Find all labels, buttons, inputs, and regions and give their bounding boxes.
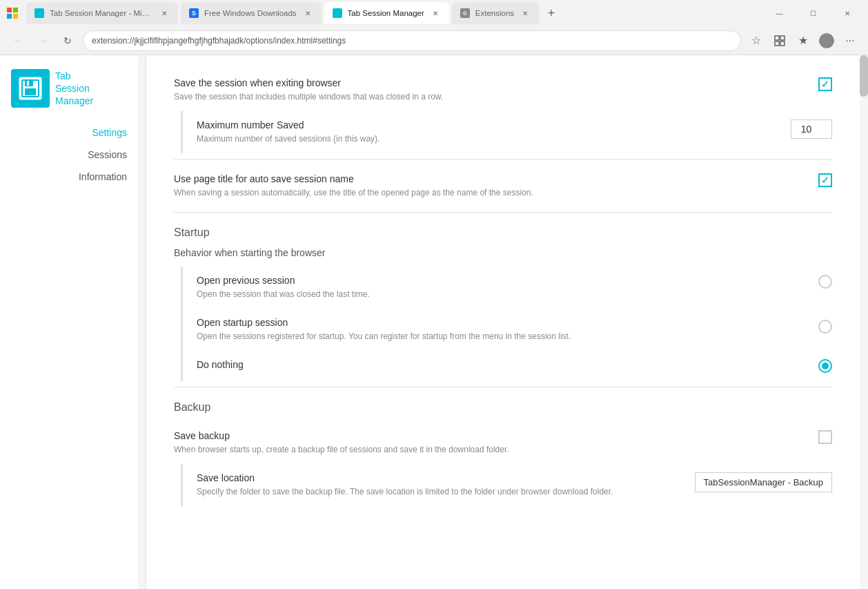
max-saved-control[interactable] xyxy=(791,119,832,139)
max-saved-section: Maximum number Saved Maximum number of s… xyxy=(181,111,832,153)
open-previous-session-control[interactable] xyxy=(818,275,832,289)
save-location-row: Save location Specify the folder to save… xyxy=(197,464,832,506)
startup-section-header: Startup xyxy=(174,226,832,239)
address-bar[interactable]: extension://jkjjclfiflhpjangefhgfjhgfbha… xyxy=(83,30,741,51)
tab3-favicon xyxy=(333,8,342,18)
reload-button[interactable]: ↻ xyxy=(58,31,77,50)
max-saved-row: Maximum number Saved Maximum number of s… xyxy=(197,111,832,153)
max-saved-input[interactable] xyxy=(791,119,832,139)
svg-rect-6 xyxy=(775,41,779,46)
favorites-icon[interactable]: ★ xyxy=(793,31,813,50)
browser-tab-4[interactable]: ⚙ Extensions ✕ xyxy=(452,2,539,24)
divider-2 xyxy=(174,212,832,213)
save-on-exit-control[interactable]: ✓ xyxy=(818,77,832,91)
svg-rect-7 xyxy=(780,41,785,46)
svg-rect-12 xyxy=(27,81,29,86)
tab1-label: Tab Session Manager - Microsof... xyxy=(50,9,153,17)
tab3-close[interactable]: ✕ xyxy=(430,8,441,19)
maximize-button[interactable]: ☐ xyxy=(798,3,829,23)
open-previous-session-title: Open previous session xyxy=(197,275,805,286)
backup-section-header: Backup xyxy=(174,401,832,414)
svg-rect-13 xyxy=(25,88,36,95)
save-on-exit-checkmark: ✓ xyxy=(821,79,829,90)
open-startup-session-desc: Open the sessions registered for startup… xyxy=(197,331,805,342)
star-icon[interactable]: ☆ xyxy=(747,31,766,50)
tab4-label: Extensions xyxy=(475,9,514,17)
open-startup-session-radio[interactable] xyxy=(818,320,832,334)
save-on-exit-desc: Save the session that includes multiple … xyxy=(174,91,805,103)
do-nothing-title: Do nothing xyxy=(197,359,805,370)
use-page-title-desc: When saving a session automatically, use… xyxy=(174,187,805,199)
open-startup-session-row: Open startup session Open the sessions r… xyxy=(197,309,832,351)
logo-icon xyxy=(11,69,50,108)
sidebar-item-settings[interactable]: Settings xyxy=(0,122,138,144)
logo-text: TabSessionManager xyxy=(55,70,93,108)
svg-rect-4 xyxy=(775,36,779,40)
content-area: Save the session when exiting browser Sa… xyxy=(146,55,860,589)
forward-button[interactable]: → xyxy=(33,31,52,50)
divider-3 xyxy=(174,387,832,387)
more-button[interactable]: ··· xyxy=(840,31,860,50)
use-page-title-row: Use page title for auto save session nam… xyxy=(174,165,832,207)
tab3-label: Tab Session Manager xyxy=(348,9,424,17)
browser-tab-2[interactable]: S Free Windows Downloads ✕ xyxy=(181,2,322,24)
save-on-exit-checkbox[interactable]: ✓ xyxy=(818,77,832,91)
back-button[interactable]: ← xyxy=(8,31,28,50)
profile-icon[interactable] xyxy=(817,31,836,50)
open-previous-session-radio[interactable] xyxy=(818,275,832,289)
save-on-exit-title: Save the session when exiting browser xyxy=(174,77,805,88)
open-startup-session-control[interactable] xyxy=(818,317,832,334)
content-scrollbar[interactable] xyxy=(860,55,868,589)
svg-rect-1 xyxy=(13,8,18,12)
sidebar: TabSessionManager Settings Sessions Info… xyxy=(0,55,138,589)
save-backup-row: Save backup When browser starts up, crea… xyxy=(174,422,832,464)
open-startup-session-title: Open startup session xyxy=(197,317,805,328)
open-previous-session-desc: Open the session that was closed the las… xyxy=(197,289,805,300)
do-nothing-row: Do nothing xyxy=(197,351,832,381)
collections-icon[interactable] xyxy=(770,31,789,50)
use-page-title-checkbox[interactable]: ✓ xyxy=(818,173,832,187)
do-nothing-control[interactable] xyxy=(818,359,832,373)
browser-tab-3[interactable]: Tab Session Manager ✕ xyxy=(324,2,449,24)
save-on-exit-row: Save the session when exiting browser Sa… xyxy=(174,69,832,111)
sidebar-item-sessions[interactable]: Sessions xyxy=(0,144,138,166)
max-saved-title: Maximum number Saved xyxy=(197,119,777,131)
save-backup-checkbox[interactable] xyxy=(818,430,832,444)
do-nothing-radio-inner xyxy=(822,363,829,369)
tab2-close[interactable]: ✕ xyxy=(302,8,313,19)
sidebar-item-information[interactable]: Information xyxy=(0,166,138,188)
svg-rect-3 xyxy=(13,14,18,19)
minimize-button[interactable]: — xyxy=(764,3,795,23)
tab2-label: Free Windows Downloads xyxy=(204,9,297,17)
save-location-section: Save location Specify the folder to save… xyxy=(181,464,832,506)
use-page-title-control[interactable]: ✓ xyxy=(818,173,832,187)
url-text: extension://jkjjclfiflhpjangefhgfjhgfbha… xyxy=(92,36,346,46)
save-location-title: Save location xyxy=(197,472,681,483)
tab1-favicon xyxy=(34,8,44,18)
new-tab-button[interactable]: + xyxy=(542,3,561,23)
save-location-button[interactable]: TabSessionManager - Backup xyxy=(695,472,832,492)
divider-1 xyxy=(174,159,832,160)
open-previous-session-row: Open previous session Open the session t… xyxy=(197,267,832,309)
logo-area: TabSessionManager xyxy=(0,69,138,122)
save-location-control[interactable]: TabSessionManager - Backup xyxy=(695,472,832,492)
scrollbar-thumb[interactable] xyxy=(860,55,868,97)
svg-rect-2 xyxy=(7,14,12,19)
startup-subsection-header: Behavior when starting the browser xyxy=(174,247,832,258)
svg-rect-0 xyxy=(7,8,12,12)
close-button[interactable]: ✕ xyxy=(831,3,862,23)
use-page-title-title: Use page title for auto save session nam… xyxy=(174,173,805,184)
tab4-close[interactable]: ✕ xyxy=(520,8,531,19)
sidebar-scrollbar-area xyxy=(138,55,146,589)
startup-options-section: Open previous session Open the session t… xyxy=(181,267,832,381)
tab2-favicon: S xyxy=(189,8,199,18)
tab1-close[interactable]: ✕ xyxy=(159,8,170,19)
tab4-favicon: ⚙ xyxy=(460,8,470,18)
svg-rect-5 xyxy=(780,36,785,40)
browser-tab-1[interactable]: Tab Session Manager - Microsof... ✕ xyxy=(26,2,178,24)
save-backup-title: Save backup xyxy=(174,430,805,441)
save-backup-control[interactable] xyxy=(818,430,832,444)
do-nothing-radio[interactable] xyxy=(818,359,832,373)
max-saved-desc: Maximum number of saved sessions (in thi… xyxy=(197,133,777,145)
save-backup-desc: When browser starts up, create a backup … xyxy=(174,444,805,456)
